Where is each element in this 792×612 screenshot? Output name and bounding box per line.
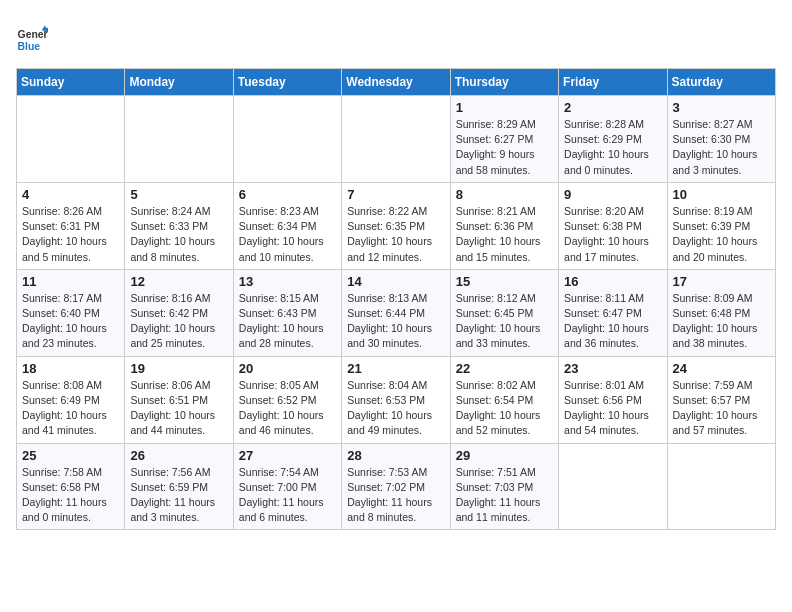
calendar-cell: 11Sunrise: 8:17 AMSunset: 6:40 PMDayligh… [17,269,125,356]
column-header-friday: Friday [559,69,667,96]
page-header: General Blue [16,16,776,56]
day-info: Sunrise: 8:22 AMSunset: 6:35 PMDaylight:… [347,204,444,265]
day-number: 6 [239,187,336,202]
day-number: 3 [673,100,770,115]
svg-text:Blue: Blue [18,41,41,52]
calendar-cell [233,96,341,183]
day-info: Sunrise: 8:23 AMSunset: 6:34 PMDaylight:… [239,204,336,265]
day-number: 14 [347,274,444,289]
day-number: 4 [22,187,119,202]
day-info: Sunrise: 8:15 AMSunset: 6:43 PMDaylight:… [239,291,336,352]
calendar-header-row: SundayMondayTuesdayWednesdayThursdayFrid… [17,69,776,96]
calendar-cell: 23Sunrise: 8:01 AMSunset: 6:56 PMDayligh… [559,356,667,443]
column-header-wednesday: Wednesday [342,69,450,96]
week-row-3: 11Sunrise: 8:17 AMSunset: 6:40 PMDayligh… [17,269,776,356]
day-info: Sunrise: 7:56 AMSunset: 6:59 PMDaylight:… [130,465,227,526]
day-info: Sunrise: 8:16 AMSunset: 6:42 PMDaylight:… [130,291,227,352]
day-number: 10 [673,187,770,202]
day-info: Sunrise: 8:21 AMSunset: 6:36 PMDaylight:… [456,204,553,265]
logo: General Blue [16,24,52,56]
calendar-cell: 15Sunrise: 8:12 AMSunset: 6:45 PMDayligh… [450,269,558,356]
day-number: 19 [130,361,227,376]
calendar-cell: 7Sunrise: 8:22 AMSunset: 6:35 PMDaylight… [342,182,450,269]
week-row-5: 25Sunrise: 7:58 AMSunset: 6:58 PMDayligh… [17,443,776,530]
day-info: Sunrise: 8:11 AMSunset: 6:47 PMDaylight:… [564,291,661,352]
day-info: Sunrise: 7:58 AMSunset: 6:58 PMDaylight:… [22,465,119,526]
calendar-cell: 16Sunrise: 8:11 AMSunset: 6:47 PMDayligh… [559,269,667,356]
calendar-cell: 18Sunrise: 8:08 AMSunset: 6:49 PMDayligh… [17,356,125,443]
day-number: 15 [456,274,553,289]
day-info: Sunrise: 8:26 AMSunset: 6:31 PMDaylight:… [22,204,119,265]
day-number: 8 [456,187,553,202]
calendar-table: SundayMondayTuesdayWednesdayThursdayFrid… [16,68,776,530]
day-info: Sunrise: 8:09 AMSunset: 6:48 PMDaylight:… [673,291,770,352]
calendar-cell [559,443,667,530]
week-row-2: 4Sunrise: 8:26 AMSunset: 6:31 PMDaylight… [17,182,776,269]
calendar-cell: 27Sunrise: 7:54 AMSunset: 7:00 PMDayligh… [233,443,341,530]
day-number: 5 [130,187,227,202]
calendar-cell: 2Sunrise: 8:28 AMSunset: 6:29 PMDaylight… [559,96,667,183]
day-number: 23 [564,361,661,376]
week-row-1: 1Sunrise: 8:29 AMSunset: 6:27 PMDaylight… [17,96,776,183]
calendar-cell [125,96,233,183]
calendar-cell: 28Sunrise: 7:53 AMSunset: 7:02 PMDayligh… [342,443,450,530]
day-number: 12 [130,274,227,289]
day-info: Sunrise: 7:53 AMSunset: 7:02 PMDaylight:… [347,465,444,526]
calendar-cell [342,96,450,183]
calendar-cell: 25Sunrise: 7:58 AMSunset: 6:58 PMDayligh… [17,443,125,530]
day-info: Sunrise: 8:01 AMSunset: 6:56 PMDaylight:… [564,378,661,439]
calendar-cell: 26Sunrise: 7:56 AMSunset: 6:59 PMDayligh… [125,443,233,530]
day-info: Sunrise: 8:06 AMSunset: 6:51 PMDaylight:… [130,378,227,439]
calendar-cell [667,443,775,530]
day-info: Sunrise: 8:29 AMSunset: 6:27 PMDaylight:… [456,117,553,178]
day-info: Sunrise: 7:59 AMSunset: 6:57 PMDaylight:… [673,378,770,439]
calendar-body: 1Sunrise: 8:29 AMSunset: 6:27 PMDaylight… [17,96,776,530]
calendar-cell: 4Sunrise: 8:26 AMSunset: 6:31 PMDaylight… [17,182,125,269]
day-number: 20 [239,361,336,376]
calendar-cell: 29Sunrise: 7:51 AMSunset: 7:03 PMDayligh… [450,443,558,530]
column-header-saturday: Saturday [667,69,775,96]
calendar-cell: 22Sunrise: 8:02 AMSunset: 6:54 PMDayligh… [450,356,558,443]
day-number: 25 [22,448,119,463]
day-info: Sunrise: 8:02 AMSunset: 6:54 PMDaylight:… [456,378,553,439]
day-info: Sunrise: 8:04 AMSunset: 6:53 PMDaylight:… [347,378,444,439]
calendar-cell: 13Sunrise: 8:15 AMSunset: 6:43 PMDayligh… [233,269,341,356]
day-number: 27 [239,448,336,463]
day-number: 9 [564,187,661,202]
day-info: Sunrise: 8:12 AMSunset: 6:45 PMDaylight:… [456,291,553,352]
calendar-cell: 5Sunrise: 8:24 AMSunset: 6:33 PMDaylight… [125,182,233,269]
day-number: 24 [673,361,770,376]
day-number: 29 [456,448,553,463]
day-info: Sunrise: 8:13 AMSunset: 6:44 PMDaylight:… [347,291,444,352]
calendar-cell: 10Sunrise: 8:19 AMSunset: 6:39 PMDayligh… [667,182,775,269]
column-header-thursday: Thursday [450,69,558,96]
day-number: 17 [673,274,770,289]
day-number: 7 [347,187,444,202]
day-info: Sunrise: 8:27 AMSunset: 6:30 PMDaylight:… [673,117,770,178]
column-header-tuesday: Tuesday [233,69,341,96]
day-info: Sunrise: 8:05 AMSunset: 6:52 PMDaylight:… [239,378,336,439]
calendar-cell: 6Sunrise: 8:23 AMSunset: 6:34 PMDaylight… [233,182,341,269]
calendar-cell: 24Sunrise: 7:59 AMSunset: 6:57 PMDayligh… [667,356,775,443]
calendar-cell: 1Sunrise: 8:29 AMSunset: 6:27 PMDaylight… [450,96,558,183]
column-header-monday: Monday [125,69,233,96]
day-info: Sunrise: 7:54 AMSunset: 7:00 PMDaylight:… [239,465,336,526]
day-number: 22 [456,361,553,376]
logo-icon: General Blue [16,24,48,56]
calendar-cell: 14Sunrise: 8:13 AMSunset: 6:44 PMDayligh… [342,269,450,356]
calendar-cell: 9Sunrise: 8:20 AMSunset: 6:38 PMDaylight… [559,182,667,269]
week-row-4: 18Sunrise: 8:08 AMSunset: 6:49 PMDayligh… [17,356,776,443]
column-header-sunday: Sunday [17,69,125,96]
calendar-cell [17,96,125,183]
day-number: 11 [22,274,119,289]
calendar-cell: 21Sunrise: 8:04 AMSunset: 6:53 PMDayligh… [342,356,450,443]
day-number: 2 [564,100,661,115]
svg-text:General: General [18,29,48,40]
day-number: 1 [456,100,553,115]
calendar-cell: 19Sunrise: 8:06 AMSunset: 6:51 PMDayligh… [125,356,233,443]
day-info: Sunrise: 8:20 AMSunset: 6:38 PMDaylight:… [564,204,661,265]
day-info: Sunrise: 8:24 AMSunset: 6:33 PMDaylight:… [130,204,227,265]
day-number: 21 [347,361,444,376]
day-number: 28 [347,448,444,463]
calendar-cell: 20Sunrise: 8:05 AMSunset: 6:52 PMDayligh… [233,356,341,443]
